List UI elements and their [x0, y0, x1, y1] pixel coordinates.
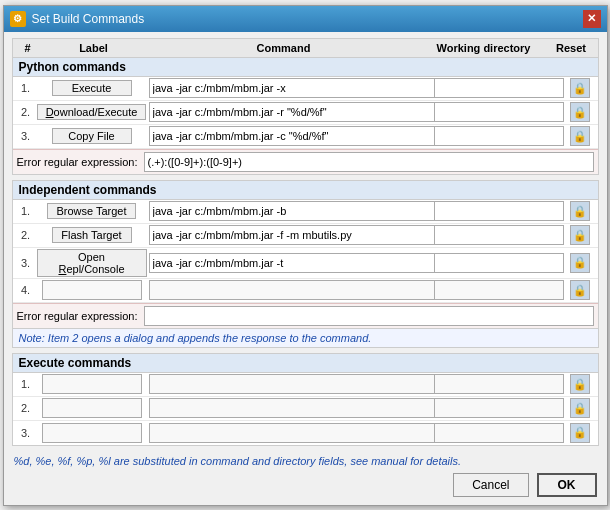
independent-row-1-cmd[interactable] — [149, 201, 436, 221]
python-row-2-num: 2. — [15, 106, 37, 118]
independent-row-2-reset[interactable]: 🔒 — [564, 225, 596, 245]
execute-row-3-cmd[interactable] — [149, 423, 436, 443]
reset-icon-9: 🔒 — [570, 398, 590, 418]
execute-row-2-cmd[interactable] — [149, 398, 436, 418]
independent-section-title: Independent commands — [13, 181, 598, 200]
col-command: Command — [149, 42, 419, 54]
independent-row-2-dir[interactable] — [434, 225, 564, 245]
python-row-1-cmd[interactable] — [149, 78, 436, 98]
cancel-button[interactable]: Cancel — [453, 473, 528, 497]
reset-icon-2: 🔒 — [570, 102, 590, 122]
python-row-1-reset[interactable]: 🔒 — [564, 78, 596, 98]
execute-row-2-dir[interactable] — [434, 398, 564, 418]
execute-row-2-reset[interactable]: 🔒 — [564, 398, 596, 418]
execute-row-3-label-input[interactable] — [42, 423, 142, 443]
close-button[interactable]: ✕ — [583, 10, 601, 28]
execute-section-title: Execute commands — [13, 354, 598, 373]
python-row-2: 2. Download/Execute 🔒 — [13, 101, 598, 125]
independent-error-label: Error regular expression: — [17, 310, 138, 322]
independent-row-2-num: 2. — [15, 229, 37, 241]
python-row-1-num: 1. — [15, 82, 37, 94]
reset-icon-5: 🔒 — [570, 225, 590, 245]
execute-row-3-label-cell — [37, 423, 147, 443]
browse-target-button[interactable]: Browse Target — [47, 203, 135, 219]
independent-row-3-num: 3. — [15, 257, 37, 269]
table-header: # Label Command Working directory Reset — [12, 38, 599, 57]
independent-commands-section: Independent commands 1. Browse Target 🔒 … — [12, 180, 599, 348]
independent-row-4-label-cell — [37, 280, 147, 300]
python-error-row: Error regular expression: — [13, 149, 598, 174]
reset-icon-7: 🔒 — [570, 280, 590, 300]
reset-icon-10: 🔒 — [570, 423, 590, 443]
independent-row-1: 1. Browse Target 🔒 — [13, 200, 598, 224]
python-row-1-dir[interactable] — [434, 78, 564, 98]
python-commands-section: Python commands 1. Execute 🔒 2. Download… — [12, 57, 599, 175]
independent-row-4-cmd[interactable] — [149, 280, 436, 300]
independent-row-4-reset[interactable]: 🔒 — [564, 280, 596, 300]
flash-target-button[interactable]: Flash Target — [52, 227, 132, 243]
independent-row-3: 3. Open Repl/Console 🔒 — [13, 248, 598, 279]
python-row-1: 1. Execute 🔒 — [13, 77, 598, 101]
execute-row-3-num: 3. — [15, 427, 37, 439]
col-num: # — [17, 42, 39, 54]
col-dir: Working directory — [419, 42, 549, 54]
footer-note: %d, %e, %f, %p, %l are substituted in co… — [12, 451, 599, 469]
independent-row-4-num: 4. — [15, 284, 37, 296]
independent-row-4-label-input[interactable] — [42, 280, 142, 300]
independent-error-row: Error regular expression: — [13, 303, 598, 328]
reset-icon-3: 🔒 — [570, 126, 590, 146]
execute-row-1-num: 1. — [15, 378, 37, 390]
python-row-2-reset[interactable]: 🔒 — [564, 102, 596, 122]
python-download-execute-button[interactable]: Download/Execute — [37, 104, 147, 120]
independent-row-2-cmd[interactable] — [149, 225, 436, 245]
python-row-3-dir[interactable] — [434, 126, 564, 146]
reset-icon: 🔒 — [570, 78, 590, 98]
python-execute-button[interactable]: Execute — [52, 80, 132, 96]
col-reset: Reset — [549, 42, 594, 54]
independent-row-1-num: 1. — [15, 205, 37, 217]
python-row-3: 3. Copy File 🔒 — [13, 125, 598, 149]
python-row-3-label-cell: Copy File — [37, 128, 147, 144]
python-row-2-label-cell: Download/Execute — [37, 104, 147, 120]
ok-button[interactable]: OK — [537, 473, 597, 497]
python-row-2-dir[interactable] — [434, 102, 564, 122]
independent-row-1-reset[interactable]: 🔒 — [564, 201, 596, 221]
execute-row-2-label-input[interactable] — [42, 398, 142, 418]
python-row-3-num: 3. — [15, 130, 37, 142]
app-icon: ⚙ — [10, 11, 26, 27]
execute-row-3-dir[interactable] — [434, 423, 564, 443]
execute-row-2-label-cell — [37, 398, 147, 418]
execute-row-3: 3. 🔒 — [13, 421, 598, 445]
execute-row-1-dir[interactable] — [434, 374, 564, 394]
title-bar-left: ⚙ Set Build Commands — [10, 11, 145, 27]
python-row-2-cmd[interactable] — [149, 102, 436, 122]
independent-row-2-label-cell: Flash Target — [37, 227, 147, 243]
independent-row-4: 4. 🔒 — [13, 279, 598, 303]
execute-row-1-reset[interactable]: 🔒 — [564, 374, 596, 394]
execute-row-1-label-input[interactable] — [42, 374, 142, 394]
col-label: Label — [39, 42, 149, 54]
independent-error-input[interactable] — [144, 306, 594, 326]
python-section-title: Python commands — [13, 58, 598, 77]
independent-row-4-dir[interactable] — [434, 280, 564, 300]
set-build-commands-dialog: ⚙ Set Build Commands ✕ # Label Command W… — [3, 5, 608, 506]
python-row-3-cmd[interactable] — [149, 126, 436, 146]
python-copy-file-button[interactable]: Copy File — [52, 128, 132, 144]
independent-row-1-dir[interactable] — [434, 201, 564, 221]
independent-row-3-cmd[interactable] — [149, 253, 436, 273]
independent-row-2: 2. Flash Target 🔒 — [13, 224, 598, 248]
python-row-3-reset[interactable]: 🔒 — [564, 126, 596, 146]
independent-row-3-reset[interactable]: 🔒 — [564, 253, 596, 273]
independent-row-3-label-cell: Open Repl/Console — [37, 249, 147, 277]
independent-row-3-dir[interactable] — [434, 253, 564, 273]
reset-icon-6: 🔒 — [570, 253, 590, 273]
independent-row-1-label-cell: Browse Target — [37, 203, 147, 219]
execute-row-3-reset[interactable]: 🔒 — [564, 423, 596, 443]
execute-commands-section: Execute commands 1. 🔒 2. — [12, 353, 599, 446]
execute-row-1-cmd[interactable] — [149, 374, 436, 394]
dialog-body: # Label Command Working directory Reset … — [4, 32, 607, 505]
python-error-input[interactable] — [144, 152, 594, 172]
open-repl-console-button[interactable]: Open Repl/Console — [37, 249, 147, 277]
python-row-1-label-cell: Execute — [37, 80, 147, 96]
execute-row-2: 2. 🔒 — [13, 397, 598, 421]
